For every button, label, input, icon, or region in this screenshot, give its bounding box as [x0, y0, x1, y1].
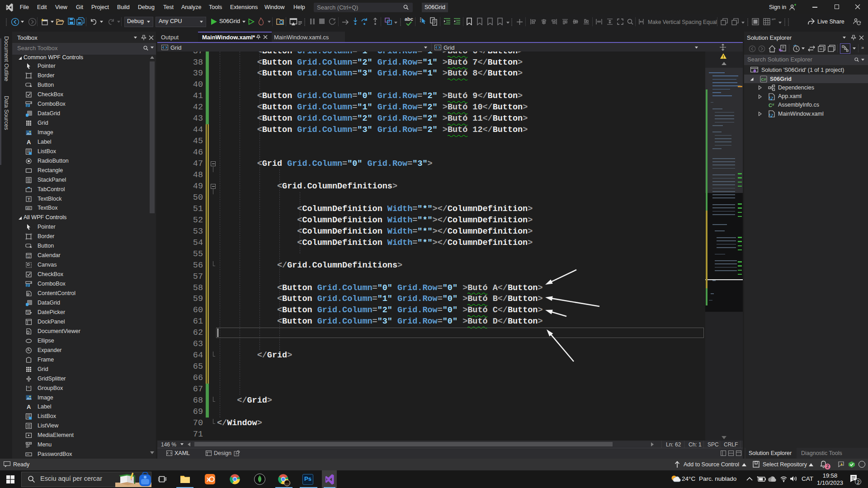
svg-text:#: # — [772, 103, 774, 107]
svg-text:xy: xy — [28, 385, 30, 388]
svg-text:T: T — [28, 197, 30, 202]
svg-text:31: 31 — [27, 311, 30, 314]
svg-text:A: A — [27, 139, 31, 145]
svg-text:C: C — [769, 103, 772, 108]
svg-text:12: 12 — [27, 255, 30, 258]
svg-text:A: A — [27, 404, 31, 410]
svg-text:abl: abl — [27, 206, 31, 210]
svg-text:C#: C# — [761, 77, 766, 82]
svg-text:**: ** — [27, 453, 29, 456]
